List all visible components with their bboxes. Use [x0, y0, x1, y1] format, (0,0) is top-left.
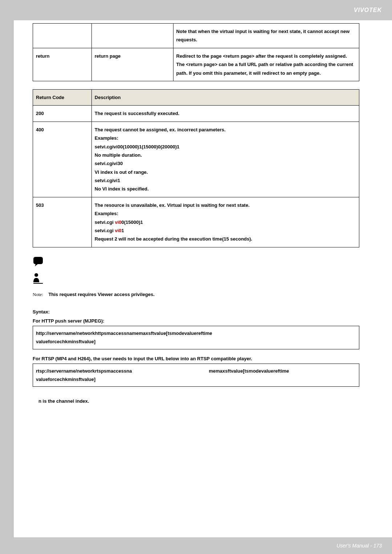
section-icon-1: [33, 255, 359, 270]
cell-return: return: [33, 48, 92, 81]
return-code-table: Return Code Description 200 The request …: [33, 89, 359, 247]
t: valueforcechkminsftvalue]: [36, 375, 356, 383]
cell-note: Note that when the virtual input is wait…: [173, 24, 359, 48]
t: setvi.cgi: [95, 228, 115, 233]
t: Request 2 will not be accepted during th…: [95, 235, 356, 243]
t: The request cannot be assigned, ex. inco…: [95, 126, 356, 134]
n-note: n is the channel index.: [33, 398, 359, 404]
t: The resource is unavailable, ex. Virtual…: [95, 201, 356, 209]
syntax-label: Syntax:: [33, 309, 359, 315]
sidebar-stripe: [0, 20, 14, 537]
t: vi0: [115, 219, 121, 225]
note-label: Note:: [33, 292, 43, 297]
http-syntax-box: http://servername/networkhttpsmaccessnam…: [33, 326, 359, 349]
t: Examples:: [95, 209, 356, 218]
t: memaxsftvalue[tsmodevaluereftime: [209, 367, 289, 375]
t: Examples:: [95, 134, 356, 142]
footer-text: User's Manual - 173: [336, 543, 382, 549]
brand-label: VIVOTEK: [354, 7, 382, 13]
t: setvi.cgivi00(10000)1(15000)0(20000)1: [95, 143, 356, 151]
t: setvi.cgivi1: [95, 176, 356, 185]
rtsp-syntax-box: rtsp://servername/networkrtspsmaccessna …: [33, 364, 359, 387]
cell-503-desc: The resource is unavailable, ex. Virtual…: [91, 197, 359, 247]
cell-503: 503: [33, 197, 92, 247]
cell-400-desc: The request cannot be assigned, ex. inco…: [91, 122, 359, 197]
t: No multiple duration.: [95, 151, 356, 159]
t: setvi.cgi: [95, 219, 115, 225]
t: http://servername/networkhttpsmaccessnam…: [36, 329, 356, 337]
cell-200: 200: [33, 106, 92, 122]
http-label: For HTTP push server (MJPEG):: [33, 318, 359, 324]
t: setvi.cgivi30: [95, 159, 356, 168]
note-text: This request requires Viewer access priv…: [48, 292, 154, 297]
th-return-code: Return Code: [33, 89, 92, 105]
svg-rect-1: [33, 283, 43, 284]
parameters-table: Note that when the virtual input is wait…: [33, 23, 359, 81]
t: Redirect to the page: [176, 53, 223, 59]
rtsp-label: For RTSP (MP4 and H264), the user needs …: [33, 356, 359, 361]
t: VI index is out of range.: [95, 168, 356, 176]
t: rtsp://servername/networkrtspsmaccessna: [36, 367, 209, 375]
note-line: Note: This request requires Viewer acces…: [33, 292, 359, 297]
t: <return page>: [186, 62, 217, 67]
t: 1: [122, 228, 124, 233]
section-icon-2: [33, 272, 359, 287]
t: 0(15000)1: [122, 219, 143, 225]
t: <return page>: [223, 53, 254, 59]
cell-400: 400: [33, 122, 92, 197]
th-description: Description: [91, 89, 359, 105]
cell-return-desc: Redirect to the page <return page> after…: [173, 48, 359, 81]
t: vi0: [115, 228, 121, 233]
cell-200-desc: The request is successfully executed.: [91, 106, 359, 122]
t: No VI index is specified.: [95, 185, 356, 193]
svg-point-0: [34, 273, 38, 277]
t: valueforcechkminsftvalue]: [36, 337, 356, 346]
cell-return-page: return page: [91, 48, 173, 81]
